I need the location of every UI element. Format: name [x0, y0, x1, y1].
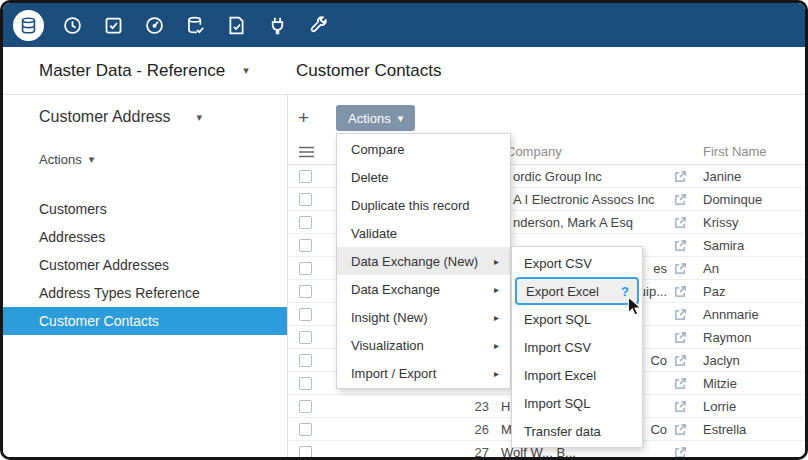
row-checkbox[interactable] [299, 331, 312, 344]
menu-item-validate[interactable]: Validate [337, 219, 510, 247]
topbar [3, 3, 805, 47]
sidebar-item-addresses[interactable]: Addresses [3, 223, 287, 251]
external-link-icon[interactable] [667, 446, 693, 459]
menu-item-delete[interactable]: Delete [337, 163, 510, 191]
menu-item-data-exchange-new[interactable]: Data Exchange (New)▸ [337, 247, 510, 275]
submenu-arrow-icon: ▸ [494, 368, 499, 379]
first-name-cell: Samira [693, 238, 808, 253]
menu-item-label: Compare [351, 142, 404, 157]
external-link-icon[interactable] [667, 377, 693, 390]
menu-item-data-exchange[interactable]: Data Exchange▸ [337, 275, 510, 303]
first-name-column-header[interactable]: First Name [693, 144, 808, 159]
check-square-icon[interactable] [101, 13, 126, 38]
submenu-arrow-icon: ▸ [494, 312, 499, 323]
company-text: A I Electronic Assocs Inc [501, 192, 655, 207]
database-icon[interactable] [13, 10, 44, 41]
row-id: 26 [318, 422, 493, 437]
add-record-button[interactable]: + [298, 105, 309, 131]
external-link-icon[interactable] [667, 400, 693, 413]
row-checkbox[interactable] [299, 308, 312, 321]
external-link-icon[interactable] [667, 239, 693, 252]
submenu-item-label: Import CSV [524, 340, 591, 355]
actions-menu: CompareDeleteDuplicate this recordValida… [336, 133, 511, 389]
company-text-fragment: uip... [639, 284, 667, 299]
menu-item-insight-new[interactable]: Insight (New)▸ [337, 303, 510, 331]
submenu-arrow-icon: ▸ [494, 284, 499, 295]
row-checkbox[interactable] [299, 193, 312, 206]
menu-item-label: Insight (New) [351, 310, 428, 325]
sidebar-actions-dropdown[interactable]: Actions ▾ [39, 152, 94, 167]
sidebar-item-customers[interactable]: Customers [3, 195, 287, 223]
external-link-icon[interactable] [667, 308, 693, 321]
external-link-icon[interactable] [667, 193, 693, 206]
row-id: 27 [318, 445, 493, 460]
row-checkbox[interactable] [299, 262, 312, 275]
chevron-down-icon: ▾ [243, 64, 249, 77]
company-cell: ordic Group Inc [493, 169, 667, 184]
company-text-fragment: es [653, 261, 667, 276]
company-text: nderson, Mark A Esq [501, 215, 633, 230]
actions-button[interactable]: Actions ▾ [336, 105, 415, 131]
submenu-item-label: Export SQL [524, 312, 591, 327]
gauge-icon[interactable] [142, 13, 167, 38]
hamburger-icon[interactable] [299, 146, 314, 158]
row-checkbox[interactable] [299, 239, 312, 252]
submenu-arrow-icon: ▸ [494, 340, 499, 351]
submenu-item-export-excel[interactable]: Export Excel? [515, 277, 639, 305]
menu-item-label: Validate [351, 226, 397, 241]
external-link-icon[interactable] [667, 170, 693, 183]
sidebar-nav: CustomersAddressesCustomer AddressesAddr… [3, 195, 287, 335]
first-name-cell: Dominque [693, 192, 808, 207]
external-link-icon[interactable] [667, 331, 693, 344]
menu-item-label: Import / Export [351, 366, 436, 381]
wrench-icon[interactable] [306, 13, 331, 38]
menu-item-import-export[interactable]: Import / Export▸ [337, 359, 510, 387]
model-selector[interactable]: Customer Address ▾ [39, 108, 202, 126]
repository-selector[interactable]: Master Data - Reference ▾ [39, 47, 249, 94]
submenu-item-import-excel[interactable]: Import Excel [512, 361, 642, 389]
sidebar-item-address-types-reference[interactable]: Address Types Reference [3, 279, 287, 307]
clock-icon[interactable] [60, 13, 85, 38]
submenu-item-transfer-data[interactable]: Transfer data [512, 417, 642, 445]
submenu-item-label: Export Excel [526, 284, 599, 299]
sidebar: Customer Address ▾ Actions ▾ CustomersAd… [3, 95, 288, 460]
row-checkbox[interactable] [299, 170, 312, 183]
chevron-down-icon: ▾ [197, 111, 203, 124]
row-checkbox[interactable] [299, 216, 312, 229]
submenu-item-export-sql[interactable]: Export SQL [512, 305, 642, 333]
menu-item-visualization[interactable]: Visualization▸ [337, 331, 510, 359]
actions-button-label: Actions [348, 111, 391, 126]
external-link-icon[interactable] [667, 423, 693, 436]
row-checkbox[interactable] [299, 423, 312, 436]
submenu-item-import-csv[interactable]: Import CSV [512, 333, 642, 361]
company-cell: nderson, Mark A Esq [493, 215, 667, 230]
first-name-cell: Krissy [693, 215, 808, 230]
row-checkbox[interactable] [299, 446, 312, 459]
topbar-icons [3, 3, 805, 47]
sidebar-item-customer-contacts[interactable]: Customer Contacts [3, 307, 287, 335]
external-link-icon[interactable] [667, 262, 693, 275]
row-checkbox[interactable] [299, 400, 312, 413]
external-link-icon[interactable] [667, 285, 693, 298]
first-name-cell: Paz [693, 284, 808, 299]
submenu-item-export-csv[interactable]: Export CSV [512, 249, 642, 277]
submenu-item-import-sql[interactable]: Import SQL [512, 389, 642, 417]
file-check-icon[interactable] [224, 13, 249, 38]
menu-item-duplicate-this-record[interactable]: Duplicate this record [337, 191, 510, 219]
row-id: 23 [318, 399, 493, 414]
company-column-header[interactable]: Company [493, 144, 667, 159]
row-checkbox[interactable] [299, 377, 312, 390]
chevron-down-icon: ▾ [398, 112, 404, 125]
row-checkbox[interactable] [299, 285, 312, 298]
database-check-icon[interactable] [183, 13, 208, 38]
first-name-cell: Estrella [693, 422, 808, 437]
external-link-icon[interactable] [667, 216, 693, 229]
page-title: Customer Contacts [296, 47, 442, 94]
external-link-icon[interactable] [667, 354, 693, 367]
submenu-arrow-icon: ▸ [494, 256, 499, 267]
sidebar-item-customer-addresses[interactable]: Customer Addresses [3, 251, 287, 279]
menu-item-compare[interactable]: Compare [337, 135, 510, 163]
row-checkbox[interactable] [299, 354, 312, 367]
company-text-fragment: Co [650, 422, 667, 437]
plug-icon[interactable] [265, 13, 290, 38]
